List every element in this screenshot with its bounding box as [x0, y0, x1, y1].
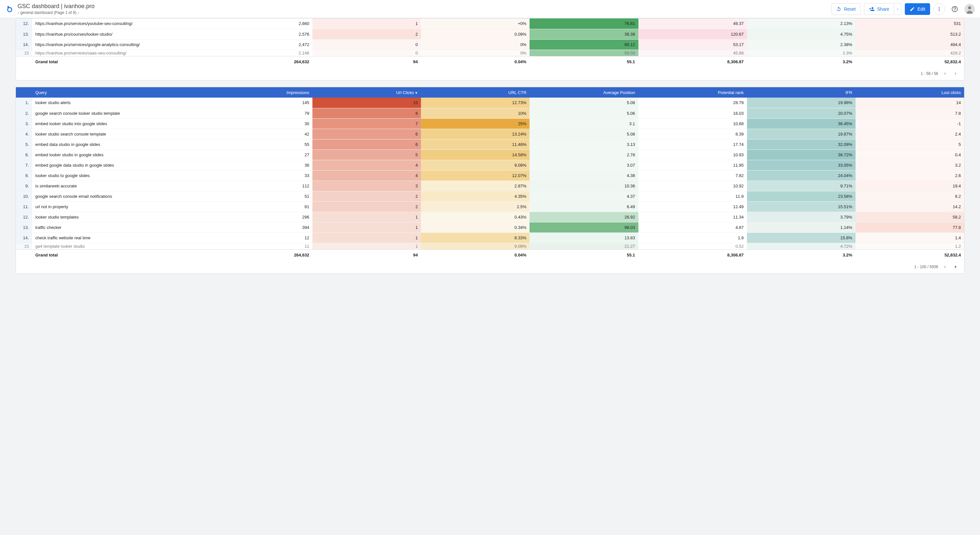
- url-table-pager: 1 - 56 / 56: [16, 67, 964, 80]
- col-avg-position[interactable]: Average Position: [530, 87, 638, 97]
- sort-desc-icon: ▼: [415, 91, 418, 95]
- pager-next-button[interactable]: [951, 69, 960, 78]
- more-vert-icon: [936, 6, 942, 12]
- query-table-pager: 1 - 100 / 5936: [16, 260, 964, 273]
- col-potential-rank[interactable]: Potential rank: [638, 87, 747, 97]
- reset-button[interactable]: Reset: [831, 3, 861, 15]
- chevron-left-icon[interactable]: ‹: [18, 10, 19, 15]
- table-row[interactable]: 10.google search console email notificat…: [16, 191, 964, 201]
- col-query[interactable]: Query: [32, 87, 204, 97]
- url-table-card: 12.https://ivanhoe.pro/services/youtube-…: [16, 18, 964, 80]
- pager-prev-button[interactable]: [940, 262, 949, 271]
- table-row[interactable]: 1.looker studio alerts1451512.73%5.0828.…: [16, 97, 964, 108]
- title-area: GSC dashboard | ivanhoe.pro ‹ general da…: [18, 3, 831, 15]
- table-row[interactable]: 4.looker studio search console template4…: [16, 129, 964, 139]
- table-row[interactable]: 11.url not in property8122.5%6.4912.4915…: [16, 201, 964, 212]
- col-lost-clicks[interactable]: Lost clicks: [856, 87, 964, 97]
- app-header: GSC dashboard | ivanhoe.pro ‹ general da…: [0, 0, 980, 18]
- page-title[interactable]: GSC dashboard | ivanhoe.pro: [18, 3, 831, 10]
- table-row[interactable]: 13.https://ivanhoe.pro/courses/looker-st…: [16, 29, 964, 39]
- table-row[interactable]: 13.traffic checker39410.34%98.034.871.14…: [16, 222, 964, 232]
- table-row[interactable]: 6.embed looker studio in google slides27…: [16, 150, 964, 160]
- share-dropdown-button[interactable]: [894, 3, 902, 15]
- table-row[interactable]: 2.google search console looker studio te…: [16, 108, 964, 118]
- table-row[interactable]: 12.https://ivanhoe.pro/services/youtube-…: [16, 19, 964, 29]
- help-icon: [951, 5, 958, 13]
- edit-button[interactable]: Edit: [905, 3, 930, 15]
- svg-point-1: [8, 6, 10, 8]
- col-impressions[interactable]: Impressions: [204, 87, 312, 97]
- url-grand-total-row: Grand total 264,632 94 0.04% 55.1 8,306.…: [16, 56, 964, 67]
- table-row-truncated: 15ga4 template looker studio1119.09%21.2…: [16, 243, 964, 249]
- grand-total-label: Grand total: [32, 249, 204, 260]
- table-row[interactable]: 14.check traffic website real time1218.3…: [16, 232, 964, 243]
- query-table-header-row: Query Impressions Url Clicks▼ URL CTR Av…: [16, 87, 964, 97]
- undo-icon: [836, 6, 841, 12]
- table-row[interactable]: 5.embed data studio in google slides5561…: [16, 139, 964, 150]
- share-label: Share: [877, 6, 889, 12]
- share-button-group: Share: [864, 3, 902, 15]
- chevron-right-icon[interactable]: ›: [78, 10, 79, 15]
- svg-point-0: [8, 8, 12, 12]
- looker-studio-logo: [5, 5, 13, 13]
- col-url-clicks[interactable]: Url Clicks▼: [312, 87, 421, 97]
- grand-total-label: Grand total: [32, 56, 204, 67]
- table-row[interactable]: 7.embed google data studio in google sli…: [16, 160, 964, 170]
- col-url-ctr[interactable]: URL CTR: [421, 87, 530, 97]
- share-button[interactable]: Share: [864, 3, 894, 15]
- table-row[interactable]: 3.embed looker studio into google slides…: [16, 118, 964, 129]
- breadcrumb-label: general dashboard (Page 1 of 9): [21, 10, 76, 15]
- col-ifr[interactable]: IFR: [747, 87, 856, 97]
- query-grand-total-row: Grand total 264,632 94 0.04% 55.1 8,306.…: [16, 249, 964, 260]
- person-add-icon: [869, 6, 875, 12]
- table-row-truncated: 15https://ivanhoe.pro/services/saas-seo-…: [16, 49, 964, 56]
- more-options-button[interactable]: [933, 3, 945, 15]
- edit-label: Edit: [918, 6, 925, 12]
- header-actions: Reset Share Edit: [831, 3, 975, 16]
- pager-range: 1 - 100 / 5936: [914, 264, 938, 269]
- pager-prev-button[interactable]: [940, 69, 949, 78]
- help-button[interactable]: [948, 3, 961, 16]
- table-row[interactable]: 14.https://ivanhoe.pro/services/google-a…: [16, 39, 964, 49]
- breadcrumb[interactable]: ‹ general dashboard (Page 1 of 9) ›: [18, 10, 831, 15]
- caret-down-icon: [896, 8, 899, 11]
- query-table-card: Query Impressions Url Clicks▼ URL CTR Av…: [16, 87, 964, 274]
- table-row[interactable]: 12.looker studio templates29610.43%26.92…: [16, 212, 964, 222]
- table-row[interactable]: 9.is similarweb accurate11232.87%10.3610…: [16, 181, 964, 191]
- reset-label: Reset: [844, 6, 856, 12]
- table-row[interactable]: 8.looker studio to google slides33412.07…: [16, 170, 964, 181]
- pager-next-button[interactable]: [951, 262, 960, 271]
- report-canvas: 12.https://ivanhoe.pro/services/youtube-…: [0, 18, 980, 535]
- pager-range: 1 - 56 / 56: [921, 71, 938, 76]
- svg-point-3: [968, 6, 971, 10]
- query-table: Query Impressions Url Clicks▼ URL CTR Av…: [16, 87, 964, 260]
- url-table: 12.https://ivanhoe.pro/services/youtube-…: [16, 19, 964, 67]
- avatar[interactable]: [964, 4, 975, 14]
- pencil-icon: [910, 6, 915, 12]
